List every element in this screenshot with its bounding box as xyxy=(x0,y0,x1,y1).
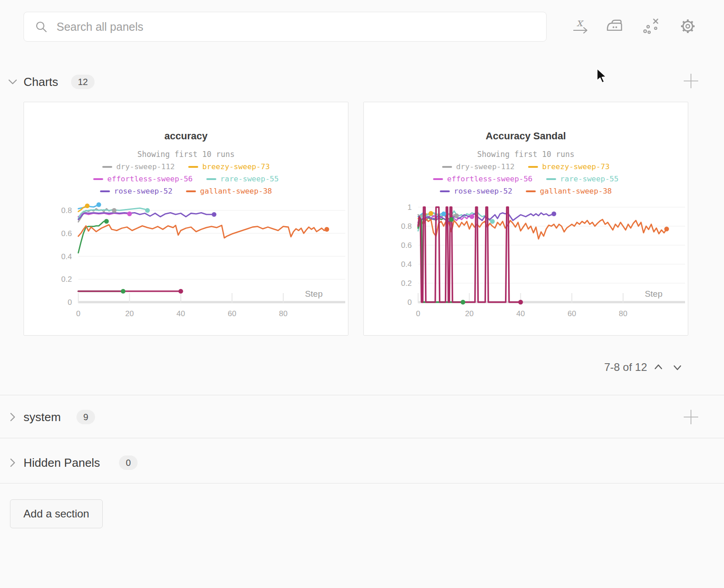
legend-item[interactable]: breezy-sweep-73 xyxy=(188,162,270,171)
svg-text:80: 80 xyxy=(619,309,627,318)
search-input[interactable] xyxy=(56,20,510,34)
svg-text:1: 1 xyxy=(408,203,412,212)
chart-title: Accuracy Sandal xyxy=(364,130,688,142)
svg-text:0.4: 0.4 xyxy=(401,260,412,269)
system-section-expand-chevron[interactable] xyxy=(6,411,19,423)
chart-subtitle: Showing first 10 runs xyxy=(24,150,348,159)
legend-run-name: dry-sweep-112 xyxy=(116,162,175,171)
chart-title: accuracy xyxy=(24,130,348,142)
pagination-prev-button[interactable] xyxy=(651,360,666,375)
legend-line-swatch xyxy=(528,166,538,168)
legend-run-name: effortless-sweep-56 xyxy=(107,175,193,183)
legend-line-swatch xyxy=(433,178,443,180)
hidden-panels-expand-chevron[interactable] xyxy=(6,456,19,469)
accuracy-sandal-line-chart[interactable]: 00.20.40.60.81020406080Step xyxy=(364,193,688,328)
svg-text:40: 40 xyxy=(516,309,525,318)
svg-text:80: 80 xyxy=(279,309,287,318)
legend-line-swatch xyxy=(93,178,103,180)
x-axis-settings-button[interactable]: x xyxy=(570,16,590,36)
search-icon xyxy=(35,20,48,33)
mouse-cursor xyxy=(596,68,610,84)
add-system-panel-button[interactable] xyxy=(682,408,700,426)
legend-run-name: breezy-sweep-73 xyxy=(542,162,610,171)
legend-line-swatch xyxy=(546,178,556,180)
chart-legend: dry-sweep-112breezy-sweep-73effortless-s… xyxy=(364,161,688,197)
search-panels-box[interactable] xyxy=(24,12,547,42)
section-divider xyxy=(0,438,724,438)
settings-gear-icon xyxy=(679,17,697,35)
legend-run-name: rare-sweep-55 xyxy=(220,175,279,183)
legend-run-name: effortless-sweep-56 xyxy=(447,175,533,183)
legend-line-swatch xyxy=(186,190,196,192)
outliers-scatter-icon xyxy=(642,17,660,35)
chart-panel-accuracy-sandal[interactable]: Accuracy Sandal Showing first 10 runs dr… xyxy=(363,102,688,336)
plus-icon xyxy=(682,72,700,90)
chevron-down-icon xyxy=(6,76,19,88)
svg-text:0: 0 xyxy=(68,298,72,307)
svg-text:0: 0 xyxy=(408,298,412,307)
legend-run-name: breezy-sweep-73 xyxy=(202,162,270,171)
svg-text:0.6: 0.6 xyxy=(61,229,72,238)
svg-text:40: 40 xyxy=(176,309,185,318)
legend-line-swatch xyxy=(526,190,536,192)
legend-run-name: rare-sweep-55 xyxy=(560,175,619,183)
svg-text:0.8: 0.8 xyxy=(61,206,72,215)
chart-legend: dry-sweep-112breezy-sweep-73effortless-s… xyxy=(24,161,348,197)
legend-item[interactable]: dry-sweep-112 xyxy=(102,162,175,171)
svg-text:x: x xyxy=(576,16,584,29)
legend-line-swatch xyxy=(188,166,198,168)
pagination-next-button[interactable] xyxy=(670,360,685,375)
smoothing-button[interactable] xyxy=(605,16,624,36)
section-divider xyxy=(0,483,724,484)
add-a-section-button[interactable]: Add a section xyxy=(10,499,103,528)
legend-item[interactable]: effortless-sweep-56 xyxy=(433,175,533,183)
system-section-title: system xyxy=(24,410,61,424)
outliers-button[interactable] xyxy=(641,16,661,36)
svg-text:60: 60 xyxy=(228,309,236,318)
charts-section-collapse-chevron[interactable] xyxy=(6,76,19,88)
svg-text:0.8: 0.8 xyxy=(401,222,412,231)
legend-line-swatch xyxy=(102,166,112,168)
panels-workspace-page: { "search": { "placeholder": "Search all… xyxy=(0,0,724,588)
legend-line-swatch xyxy=(206,178,216,180)
legend-item[interactable]: rare-sweep-55 xyxy=(206,175,279,183)
svg-text:60: 60 xyxy=(567,309,576,318)
legend-item[interactable]: effortless-sweep-56 xyxy=(93,175,193,183)
svg-text:Step: Step xyxy=(645,289,662,299)
legend-item[interactable]: breezy-sweep-73 xyxy=(528,162,610,171)
section-divider xyxy=(0,395,724,395)
chart-subtitle: Showing first 10 runs xyxy=(364,150,688,159)
smoothing-iron-icon xyxy=(605,17,624,35)
chart-panel-accuracy[interactable]: accuracy Showing first 10 runs dry-sweep… xyxy=(24,102,348,336)
x-axis-icon: x xyxy=(570,16,590,36)
svg-text:0: 0 xyxy=(76,309,80,318)
charts-count-badge: 12 xyxy=(71,75,95,89)
charts-pagination: 7-8 of 12 xyxy=(579,359,692,376)
legend-run-name: dry-sweep-112 xyxy=(456,162,514,171)
legend-item[interactable]: rare-sweep-55 xyxy=(546,175,619,183)
pagination-label: 7-8 of 12 xyxy=(579,361,647,374)
legend-item[interactable]: dry-sweep-112 xyxy=(442,162,514,171)
legend-line-swatch xyxy=(442,166,452,168)
svg-text:20: 20 xyxy=(125,309,134,318)
hidden-panels-count-badge: 0 xyxy=(119,455,138,470)
charts-section-title: Charts xyxy=(24,75,58,89)
chevron-right-icon xyxy=(6,411,19,423)
svg-text:0.2: 0.2 xyxy=(61,275,72,284)
svg-text:0.2: 0.2 xyxy=(401,279,412,288)
add-panel-button[interactable] xyxy=(682,72,700,90)
chevron-up-icon xyxy=(652,360,665,374)
svg-text:20: 20 xyxy=(465,309,474,318)
settings-button[interactable] xyxy=(678,16,698,36)
hidden-panels-section-title: Hidden Panels xyxy=(24,456,100,470)
plus-icon xyxy=(682,408,700,426)
legend-line-swatch xyxy=(440,190,450,192)
svg-text:Step: Step xyxy=(305,289,323,299)
legend-line-swatch xyxy=(100,190,110,192)
svg-text:0: 0 xyxy=(416,309,420,318)
accuracy-line-chart[interactable]: 00.20.40.60.8020406080Step xyxy=(24,193,348,328)
svg-text:0.4: 0.4 xyxy=(61,252,72,261)
chevron-right-icon xyxy=(6,456,19,469)
svg-text:0.6: 0.6 xyxy=(401,241,412,250)
chevron-down-icon xyxy=(671,360,684,374)
